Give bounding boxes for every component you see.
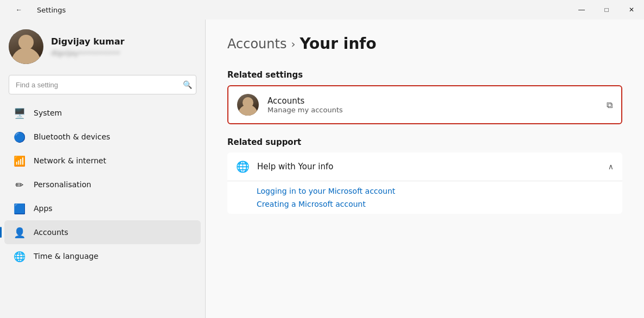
titlebar-left: ← Settings <box>7 0 66 20</box>
related-support-label: Related support <box>227 137 622 147</box>
sidebar: Digvijay kumar digvijay•••••••••• 🔍 🖥️ S… <box>0 20 205 318</box>
sidebar-item-label: Accounts <box>34 228 68 237</box>
breadcrumb: Accounts › Your info <box>227 35 622 53</box>
breadcrumb-separator: › <box>291 37 295 50</box>
support-link-login[interactable]: Logging in to your Microsoft account <box>257 187 614 195</box>
accounts-related-card[interactable]: Accounts Manage my accounts ⧉ <box>227 85 622 124</box>
sidebar-item-network[interactable]: 📶 Network & internet <box>4 149 201 173</box>
user-email: digvijay•••••••••• <box>51 49 124 57</box>
personalisation-icon: ✏️ <box>13 178 26 191</box>
search-box: 🔍 <box>9 75 196 94</box>
apps-icon: 🟦 <box>13 202 26 215</box>
minimize-button[interactable]: — <box>569 0 594 20</box>
support-card: 🌐 Help with Your info ∧ Logging in to yo… <box>227 152 622 214</box>
user-profile[interactable]: Digvijay kumar digvijay•••••••••• <box>0 20 205 75</box>
sidebar-item-label: System <box>34 109 62 117</box>
search-icon[interactable]: 🔍 <box>183 80 192 89</box>
sidebar-item-label: Apps <box>34 204 53 213</box>
related-settings-label: Related settings <box>227 70 622 80</box>
titlebar-controls: — □ ✕ <box>569 0 644 20</box>
sidebar-item-time[interactable]: 🌐 Time & language <box>4 244 201 268</box>
sidebar-item-label: Bluetooth & devices <box>34 132 110 141</box>
support-header[interactable]: 🌐 Help with Your info ∧ <box>227 152 622 181</box>
sidebar-item-bluetooth[interactable]: 🔵 Bluetooth & devices <box>4 125 201 149</box>
sidebar-item-label: Personalisation <box>34 180 91 189</box>
card-inner: Accounts Manage my accounts <box>267 96 598 114</box>
sidebar-item-accounts[interactable]: 👤 Accounts <box>4 220 201 244</box>
time-icon: 🌐 <box>13 250 26 263</box>
sidebar-item-label: Time & language <box>34 252 98 260</box>
system-icon: 🖥️ <box>13 106 26 119</box>
sidebar-item-personalisation[interactable]: ✏️ Personalisation <box>4 173 201 196</box>
user-name: Digvijay kumar <box>51 36 124 47</box>
sidebar-item-label: Network & internet <box>34 156 106 165</box>
back-button[interactable]: ← <box>7 0 31 20</box>
titlebar-title: Settings <box>37 6 66 14</box>
support-link-create[interactable]: Creating a Microsoft account <box>257 200 614 208</box>
titlebar: ← Settings — □ ✕ <box>0 0 644 20</box>
search-input[interactable] <box>9 75 196 94</box>
bluetooth-icon: 🔵 <box>13 130 26 143</box>
accounts-icon: 👤 <box>13 226 26 239</box>
support-globe-icon: 🌐 <box>236 160 250 173</box>
card-subtitle: Manage my accounts <box>267 106 598 114</box>
main-window: Digvijay kumar digvijay•••••••••• 🔍 🖥️ S… <box>0 20 644 318</box>
sidebar-item-apps[interactable]: 🟦 Apps <box>4 196 201 220</box>
main-content: Accounts › Your info Related settings Ac… <box>206 20 644 318</box>
breadcrumb-parent: Accounts <box>227 36 286 52</box>
maximize-button[interactable]: □ <box>594 0 619 20</box>
external-link-icon[interactable]: ⧉ <box>607 100 613 110</box>
sidebar-item-system[interactable]: 🖥️ System <box>4 101 201 125</box>
avatar <box>9 29 43 64</box>
close-button[interactable]: ✕ <box>619 0 644 20</box>
network-icon: 📶 <box>13 154 26 167</box>
support-links: Logging in to your Microsoft account Cre… <box>227 181 622 214</box>
user-info: Digvijay kumar digvijay•••••••••• <box>51 36 124 57</box>
card-title: Accounts <box>267 96 598 106</box>
breadcrumb-current: Your info <box>299 35 376 53</box>
chevron-up-icon: ∧ <box>608 162 614 171</box>
nav-list: 🖥️ System 🔵 Bluetooth & devices 📶 Networ… <box>0 101 205 268</box>
support-title: Help with Your info <box>257 162 601 171</box>
card-avatar <box>237 94 259 116</box>
